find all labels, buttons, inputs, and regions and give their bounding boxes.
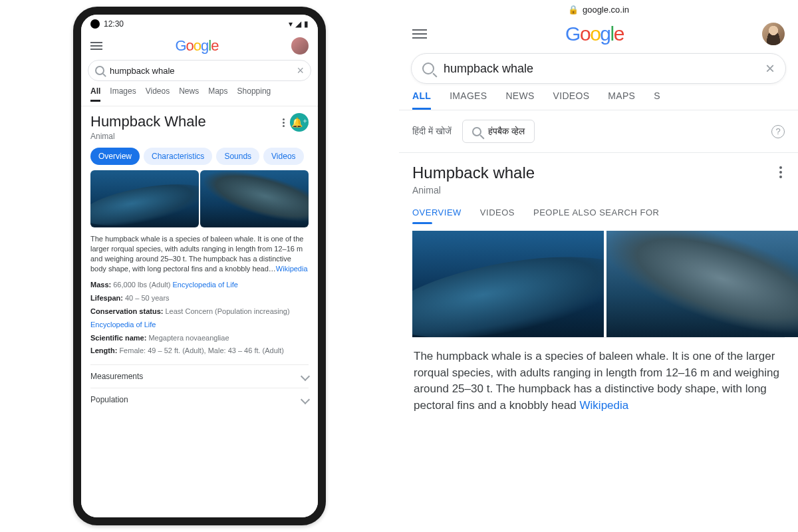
kp-description: The humpback whale is a species of balee… xyxy=(412,337,785,414)
search-bar[interactable]: humpback whale × xyxy=(411,53,786,84)
account-avatar[interactable] xyxy=(762,23,785,45)
phone-header: Google xyxy=(81,33,318,57)
hamburger-menu-icon[interactable] xyxy=(412,29,427,39)
expander-measurements[interactable]: Measurements xyxy=(90,364,309,388)
kp-tab-people-also[interactable]: PEOPLE ALSO SEARCH FOR xyxy=(533,207,659,224)
kp-subtitle: Animal xyxy=(412,185,535,196)
search-icon xyxy=(472,127,481,136)
wikipedia-link[interactable]: Wikipedia xyxy=(276,265,308,273)
whale-image-2[interactable] xyxy=(200,170,309,227)
pill-sounds[interactable]: Sounds xyxy=(216,148,259,165)
browser-header: Google xyxy=(399,19,798,49)
tab-news[interactable]: NEWS xyxy=(505,90,534,110)
tab-news[interactable]: News xyxy=(179,86,199,102)
tab-shopping[interactable]: Shopping xyxy=(237,86,271,102)
tab-all[interactable]: All xyxy=(90,86,100,102)
search-tabs: ALL IMAGES NEWS VIDEOS MAPS S xyxy=(399,90,798,110)
address-text: google.co.in xyxy=(583,5,629,15)
more-options-icon[interactable] xyxy=(283,118,285,127)
hindi-search-chip[interactable]: हंपबैक व्हेल xyxy=(462,120,535,143)
kp-tabs: OVERVIEW VIDEOS PEOPLE ALSO SEARCH FOR xyxy=(412,207,785,224)
tab-maps[interactable]: Maps xyxy=(208,86,227,102)
search-icon xyxy=(95,66,104,75)
kp-tab-videos[interactable]: VIDEOS xyxy=(480,207,515,224)
clear-icon[interactable]: × xyxy=(765,61,775,76)
tab-videos[interactable]: VIDEOS xyxy=(553,90,590,110)
kp-facts: Mass: 66,000 lbs (Adult) Encyclopedia of… xyxy=(90,279,309,358)
whale-image-1[interactable] xyxy=(90,170,199,227)
browser-view: 🔒 google.co.in Google humpback whale × A… xyxy=(399,0,798,532)
tab-images[interactable]: IMAGES xyxy=(450,90,487,110)
search-tabs: All Images Videos News Maps Shopping xyxy=(81,86,318,106)
phone-frame: 12:30 ▾ ◢ ▮ Google humpback whale × xyxy=(73,7,326,525)
chevron-down-icon xyxy=(301,395,310,404)
status-time: 12:30 xyxy=(104,19,124,29)
hamburger-menu-icon[interactable] xyxy=(90,42,102,50)
tab-videos[interactable]: Videos xyxy=(146,86,170,102)
status-bar: 12:30 ▾ ◢ ▮ xyxy=(81,15,318,33)
pill-overview[interactable]: Overview xyxy=(90,148,140,165)
phone-screen: 12:30 ▾ ◢ ▮ Google humpback whale × xyxy=(81,15,318,517)
tab-images[interactable]: Images xyxy=(110,86,136,102)
tab-all[interactable]: ALL xyxy=(412,90,431,110)
search-input[interactable]: humpback whale xyxy=(444,62,756,76)
search-input[interactable]: humpback whale xyxy=(110,66,291,76)
wikipedia-link[interactable]: Wikipedia xyxy=(580,399,629,412)
whale-image-2[interactable] xyxy=(606,231,798,337)
kp-image-row xyxy=(399,231,798,337)
tab-maps[interactable]: MAPS xyxy=(608,90,635,110)
hindi-label: हिंदी में खोजें xyxy=(412,126,452,137)
more-options-icon[interactable] xyxy=(777,164,785,181)
search-icon xyxy=(422,63,434,74)
pill-characteristics[interactable]: Characteristics xyxy=(144,148,212,165)
wifi-icon: ▾ xyxy=(289,19,293,29)
help-icon[interactable]: ? xyxy=(771,125,785,138)
lock-icon: 🔒 xyxy=(568,5,579,15)
battery-icon: ▮ xyxy=(304,19,309,29)
phone-mockup-container: 12:30 ▾ ◢ ▮ Google humpback whale × xyxy=(0,0,399,532)
camera-hole xyxy=(90,19,100,29)
chevron-down-icon xyxy=(301,372,310,381)
knowledge-panel: Humpback Whale Animal 🔔⁺ Overview Charac… xyxy=(81,106,318,517)
hindi-search-row: हिंदी में खोजें हंपबैक व्हेल ? xyxy=(399,110,798,152)
account-avatar[interactable] xyxy=(291,37,309,55)
whale-image-1[interactable] xyxy=(412,231,604,337)
address-bar[interactable]: 🔒 google.co.in xyxy=(399,0,798,19)
notify-bell-button[interactable]: 🔔⁺ xyxy=(290,113,309,132)
kp-description: The humpback whale is a species of balee… xyxy=(90,234,309,273)
kp-tab-overview[interactable]: OVERVIEW xyxy=(412,207,462,224)
pill-videos[interactable]: Videos xyxy=(263,148,303,165)
signal-icon: ◢ xyxy=(295,19,301,29)
google-logo[interactable]: Google xyxy=(175,37,218,55)
kp-image-row xyxy=(90,170,309,227)
search-bar[interactable]: humpback whale × xyxy=(88,60,311,81)
tab-more[interactable]: S xyxy=(654,90,660,110)
encyclopedia-link[interactable]: Encyclopedia of Life xyxy=(173,281,238,289)
kp-title: Humpback whale xyxy=(412,164,535,182)
kp-subtitle: Animal xyxy=(90,132,206,141)
kp-pill-tabs: Overview Characteristics Sounds Videos xyxy=(90,148,309,165)
knowledge-panel: Humpback whale Animal OVERVIEW VIDEOS PE… xyxy=(399,152,798,231)
encyclopedia-link-2[interactable]: Encyclopedia of Life xyxy=(90,321,156,329)
kp-title: Humpback Whale xyxy=(90,113,206,130)
google-logo[interactable]: Google xyxy=(565,23,624,45)
clear-icon[interactable]: × xyxy=(297,65,304,76)
expander-population[interactable]: Population xyxy=(90,388,309,411)
